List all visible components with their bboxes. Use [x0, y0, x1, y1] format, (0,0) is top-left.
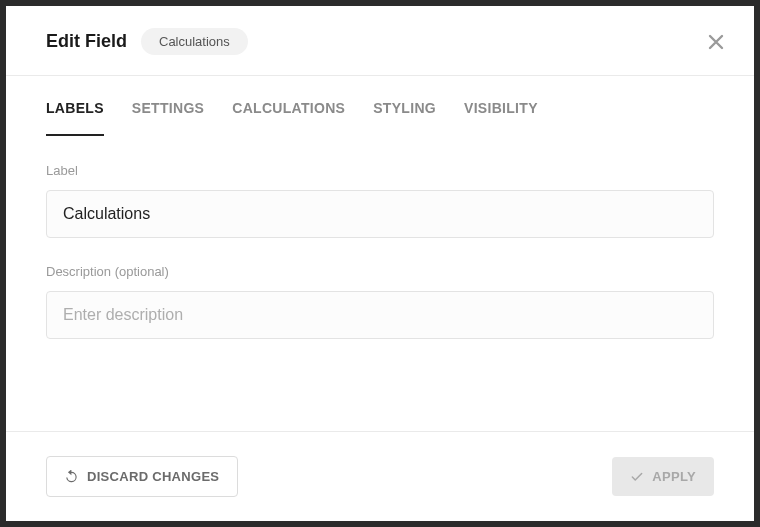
apply-label: APPLY: [652, 469, 696, 484]
modal-footer: DISCARD CHANGES APPLY: [6, 431, 754, 521]
edit-field-modal: Edit Field Calculations LABELS SETTINGS …: [6, 6, 754, 521]
discard-changes-button[interactable]: DISCARD CHANGES: [46, 456, 238, 497]
description-group: Description (optional): [46, 264, 714, 339]
close-icon: [708, 34, 724, 50]
tab-bar: LABELS SETTINGS CALCULATIONS STYLING VIS…: [6, 76, 754, 137]
description-input[interactable]: [46, 291, 714, 339]
label-caption: Label: [46, 163, 714, 178]
modal-title: Edit Field: [46, 31, 127, 52]
tab-labels[interactable]: LABELS: [46, 76, 104, 136]
field-name-tag: Calculations: [141, 28, 248, 55]
description-caption: Description (optional): [46, 264, 714, 279]
close-button[interactable]: [708, 34, 724, 50]
check-icon: [630, 470, 644, 484]
tab-settings[interactable]: SETTINGS: [132, 76, 204, 136]
tab-calculations[interactable]: CALCULATIONS: [232, 76, 345, 136]
modal-content: Label Description (optional): [6, 137, 754, 431]
label-group: Label: [46, 163, 714, 238]
discard-label: DISCARD CHANGES: [87, 469, 219, 484]
modal-header: Edit Field Calculations: [6, 6, 754, 76]
tab-visibility[interactable]: VISIBILITY: [464, 76, 538, 136]
label-input[interactable]: [46, 190, 714, 238]
undo-icon: [65, 470, 79, 484]
apply-button[interactable]: APPLY: [612, 457, 714, 496]
tab-styling[interactable]: STYLING: [373, 76, 436, 136]
